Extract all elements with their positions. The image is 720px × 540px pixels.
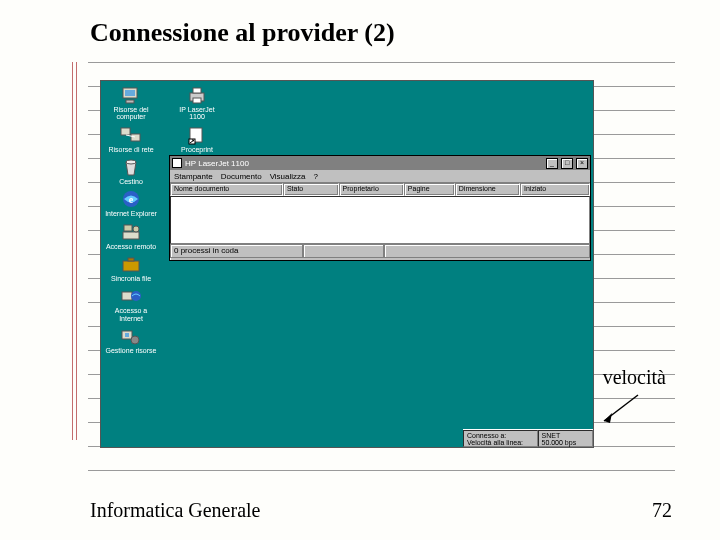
desktop-icon-label: IP LaserJet 1100 [171, 106, 223, 121]
desktop-icon-dup[interactable]: Accesso remoto [105, 222, 157, 250]
recycle-bin-icon [120, 157, 142, 177]
desktop-icon-label: Internet Explorer [105, 210, 157, 217]
svg-rect-20 [125, 333, 129, 337]
page-number: 72 [652, 499, 672, 522]
svg-rect-14 [123, 261, 139, 271]
printer-icon [186, 85, 208, 105]
desktop-icon-label: Gestione risorse [106, 347, 157, 354]
col-nome[interactable]: Nome documento [170, 183, 283, 196]
shortcut-icon [186, 125, 208, 145]
users-icon [120, 326, 142, 346]
desktop-icon-dun[interactable]: Accesso a Internet [105, 286, 157, 322]
close-button[interactable]: × [576, 158, 588, 169]
status-cell-2 [303, 244, 384, 258]
col-dimensione[interactable]: Dimensione [455, 183, 520, 196]
ie-icon: e [120, 189, 142, 209]
slide-title: Connessione al provider (2) [90, 18, 395, 48]
desktop-icon-label: Accesso remoto [106, 243, 156, 250]
window-title: HP LaserJet 1100 [185, 159, 543, 168]
tray-label-connesso: Connesso a: [467, 432, 534, 439]
footer-course: Informatica Generale [90, 499, 260, 522]
status-cell-3 [384, 244, 590, 258]
desktop-icon-label: Cestino [119, 178, 143, 185]
margin-rule-left-2 [76, 62, 77, 440]
menu-stampante[interactable]: Stampante [174, 172, 213, 181]
desktop-icon-ie[interactable]: eInternet Explorer [105, 189, 157, 217]
svg-rect-11 [123, 232, 139, 239]
network-icon [120, 125, 142, 145]
desktop-icon-my-computer[interactable]: Risorse del computer [105, 85, 157, 121]
svg-point-13 [133, 226, 139, 232]
menu-bar: Stampante Documento Visualizza ? [170, 170, 590, 183]
desktop-icon-label: Risorse di rete [108, 146, 153, 153]
svg-rect-23 [193, 98, 201, 103]
svg-rect-16 [122, 292, 132, 300]
svg-rect-3 [125, 90, 135, 96]
desktop-icon-label: Risorse del computer [105, 106, 157, 121]
my-computer-icon [120, 85, 142, 105]
menu-documento[interactable]: Documento [221, 172, 262, 181]
briefcase-icon [120, 254, 142, 274]
desktop-icon-users[interactable]: Gestione risorse [105, 326, 157, 354]
annotation-velocita: velocità [603, 366, 666, 389]
svg-point-19 [131, 336, 139, 344]
desktop-icon-printer[interactable]: IP LaserJet 1100 [171, 85, 223, 121]
arrow-annotation [600, 393, 650, 433]
col-pagine[interactable]: Pagine [404, 183, 455, 196]
desktop-icon-network[interactable]: Risorse di rete [105, 125, 157, 153]
col-iniziato[interactable]: Iniziato [520, 183, 590, 196]
tray-value-net: SNET [542, 432, 590, 439]
svg-text:e: e [129, 194, 134, 205]
svg-rect-15 [128, 258, 134, 261]
slide-page: (function(){ const ruled = document.quer… [0, 0, 720, 540]
window-titlebar[interactable]: HP LaserJet 1100 _ □ × [170, 156, 590, 170]
svg-rect-4 [126, 100, 134, 103]
dup-icon [120, 222, 142, 242]
column-headers: Nome documento Stato Proprietario Pagine… [170, 183, 590, 196]
svg-rect-22 [193, 88, 201, 93]
tray-label-velocita: Velocità alla linea: [467, 439, 534, 446]
svg-rect-5 [121, 128, 130, 135]
svg-marker-1 [604, 413, 612, 423]
print-queue-list[interactable] [170, 196, 590, 244]
desktop-icon-recycle-bin[interactable]: Cestino [105, 157, 157, 185]
desktop-icon-label: Proceprint [181, 146, 213, 153]
maximize-button[interactable]: □ [561, 158, 573, 169]
taskbar-tray-tooltip[interactable]: Connesso a: Velocità alla linea: SNET 50… [463, 429, 593, 447]
svg-rect-6 [131, 134, 140, 141]
col-stato[interactable]: Stato [283, 183, 339, 196]
minimize-button[interactable]: _ [546, 158, 558, 169]
window-statusbar: 0 processi in coda [170, 244, 590, 258]
tray-value-bps: 50.000 bps [542, 439, 590, 446]
desktop-icon-briefcase[interactable]: Sincronia file [105, 254, 157, 282]
status-text: 0 processi in coda [170, 244, 303, 258]
desktop-icon-shortcut[interactable]: Proceprint [171, 125, 223, 153]
menu-help[interactable]: ? [314, 172, 318, 181]
desktop-icon-label: Accesso a Internet [105, 307, 157, 322]
col-proprietario[interactable]: Proprietario [339, 183, 404, 196]
menu-visualizza[interactable]: Visualizza [270, 172, 306, 181]
printer-icon [172, 158, 182, 168]
margin-rule-left-1 [72, 62, 73, 440]
svg-rect-12 [124, 225, 132, 231]
svg-point-8 [126, 160, 136, 164]
printer-queue-window: HP LaserJet 1100 _ □ × Stampante Documen… [169, 155, 591, 261]
win95-desktop-screenshot: Risorse del computerRisorse di reteCesti… [100, 80, 594, 448]
desktop-icon-label: Sincronia file [111, 275, 151, 282]
dun-icon [120, 286, 142, 306]
